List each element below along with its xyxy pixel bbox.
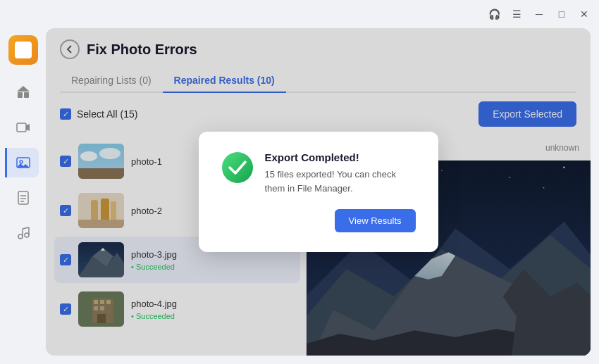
app-container: Fix Photo Errors Repairing Lists (0) Rep… [0, 28, 599, 364]
svg-rect-8 [18, 192, 28, 204]
minimize-icon[interactable]: ─ [533, 8, 545, 20]
export-completed-modal: Export Completed! 15 files exported! You… [199, 132, 438, 252]
svg-rect-0 [18, 92, 23, 98]
content-area: Fix Photo Errors Repairing Lists (0) Rep… [46, 28, 591, 356]
modal-message: 15 files exported! You can check them in… [265, 168, 416, 195]
headphones-icon[interactable]: 🎧 [488, 8, 500, 20]
modal-overlay: Export Completed! 15 files exported! You… [46, 28, 591, 356]
modal-content: Export Completed! 15 files exported! You… [221, 151, 416, 195]
svg-point-6 [20, 161, 23, 163]
modal-text: Export Completed! 15 files exported! You… [265, 151, 416, 195]
sidebar-item-video[interactable] [8, 113, 38, 142]
title-bar: 🎧 ☰ ─ □ ✕ [0, 0, 599, 28]
sidebar-item-music[interactable] [8, 218, 38, 248]
close-icon[interactable]: ✕ [578, 8, 591, 20]
svg-line-16 [23, 227, 29, 229]
svg-rect-3 [17, 123, 26, 132]
sidebar-item-home[interactable] [8, 77, 38, 107]
menu-icon[interactable]: ☰ [510, 8, 523, 20]
maximize-icon[interactable]: □ [555, 8, 568, 20]
svg-marker-7 [17, 163, 30, 168]
modal-title: Export Completed! [265, 151, 416, 163]
svg-rect-1 [24, 92, 29, 98]
svg-point-13 [25, 233, 29, 237]
view-results-button[interactable]: View Results [335, 209, 416, 232]
sidebar [0, 28, 46, 364]
svg-point-52 [222, 152, 253, 183]
sidebar-item-document[interactable] [8, 183, 38, 213]
svg-point-12 [18, 234, 23, 239]
modal-footer: View Results [221, 209, 416, 232]
success-icon [221, 151, 254, 184]
app-logo [8, 35, 38, 65]
svg-marker-2 [17, 86, 30, 92]
sidebar-item-photo[interactable] [5, 148, 39, 177]
